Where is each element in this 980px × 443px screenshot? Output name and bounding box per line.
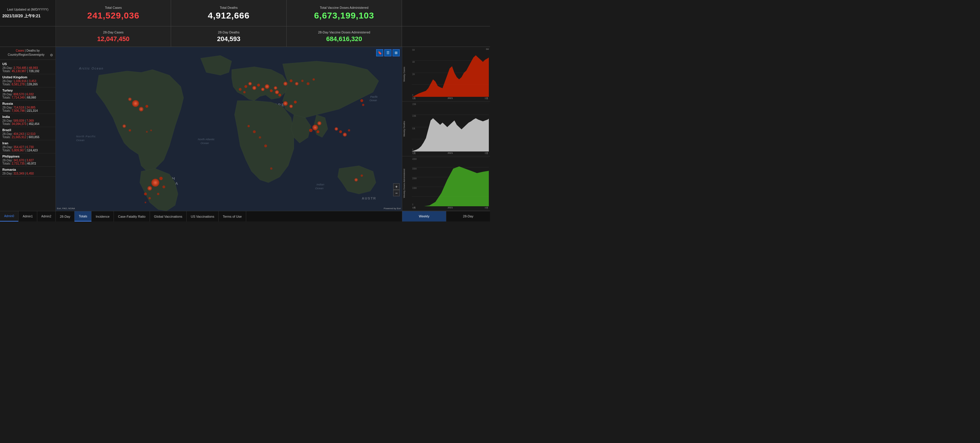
world-map-svg: Arctic Ocean North Pacific Ocean North A… (56, 47, 402, 211)
total-vaccine-value: 6,673,199,103 (314, 11, 374, 21)
doses-chart-svg: 400M 300M 200M 100M 0 (412, 157, 489, 206)
zoom-out-button[interactable]: − (393, 190, 399, 196)
cases-x-label-3: 7月 (485, 97, 488, 100)
weekly-doses-chart-container: 400M 300M 200M 100M 0 7月 2021 7月 (412, 157, 489, 210)
svg-point-21 (243, 91, 246, 93)
svg-point-25 (295, 82, 299, 86)
zoom-in-button[interactable]: + (393, 183, 399, 190)
svg-point-31 (294, 101, 297, 103)
country-item[interactable]: United Kingdom 28-Day: 1,036,916 | 3,453… (0, 74, 56, 87)
svg-point-26 (301, 80, 304, 82)
country-item[interactable]: Turkey 28-Day: 808,570 | 6,032 Totals: 7… (0, 87, 56, 101)
pacific-label: Pacific (370, 95, 378, 98)
svg-point-45 (123, 124, 126, 128)
country-28day-stats: 28-Day: 589,839 | 7,069 (2, 119, 53, 122)
left-panel: Cases | Deaths by Country/Region/Soverei… (0, 47, 56, 221)
indian-ocean-label: Indian (317, 183, 324, 186)
north-pacific-label: North Pacific (76, 135, 96, 138)
country-name: US (2, 62, 53, 66)
svg-point-43 (264, 144, 267, 148)
weekly-doses-section: Weekly Doses Administered 400M 300M 200M (402, 156, 490, 211)
svg-point-12 (248, 82, 252, 86)
tab-terms-of-use[interactable]: Terms of Use (219, 211, 246, 221)
last-updated-value: 2021/10/20 上午9:21 (2, 13, 53, 19)
tab-admin0[interactable]: Admin0 (0, 211, 19, 221)
weekly-doses-y-label: Weekly Doses Administered (403, 169, 406, 198)
svg-point-53 (148, 197, 151, 200)
svg-text:400M: 400M (412, 157, 417, 160)
tab-28day[interactable]: 28-Day (56, 211, 75, 221)
country-name: Russia (2, 102, 53, 105)
country-item[interactable]: Brazil 28-Day: 404,243 | 12,510 Totals: … (0, 127, 56, 140)
right-tab-28day[interactable]: 28-Day (446, 211, 490, 221)
svg-point-10 (157, 193, 159, 195)
north-atlantic-label2: Ocean (201, 141, 209, 144)
last-updated-block: Last Updated at (M/D/YYYY) 2021/10/20 上午… (0, 0, 56, 26)
country-item[interactable]: Russia 28-Day: 714,518 | 24,885 Totals: … (0, 101, 56, 114)
svg-point-38 (343, 133, 347, 137)
tab-admin1[interactable]: Admin1 (19, 211, 37, 221)
country-list[interactable]: US 28-Day: 2,754,485 | 48,993 Totals: 45… (0, 60, 56, 211)
svg-text:100M: 100M (412, 187, 417, 190)
doses-x-label-2: 2021 (448, 206, 453, 210)
country-28day-stats: 28-Day: 315,349 | 6,450 (2, 172, 53, 175)
deaths-chart-svg: 150k 100k 50k 0 (412, 103, 489, 151)
vaccine-28day-block: 28-Day Vaccine Doses Administered 684,61… (287, 26, 402, 47)
settings-icon[interactable]: ⚙ (50, 53, 53, 58)
map-area[interactable]: Arctic Ocean North Pacific Ocean North A… (56, 47, 402, 211)
country-item[interactable]: US 28-Day: 2,754,485 | 48,993 Totals: 45… (0, 61, 56, 74)
svg-point-29 (283, 101, 288, 106)
svg-point-34 (309, 129, 313, 132)
tab-incidence[interactable]: Incidence (92, 211, 114, 221)
svg-text:0: 0 (412, 94, 413, 97)
svg-marker-64 (412, 55, 489, 97)
svg-point-1 (132, 100, 139, 107)
svg-point-20 (239, 88, 242, 91)
weekly-deaths-section: Weekly Deaths 150k 100k 50k 0 (402, 102, 490, 156)
tab-admin2[interactable]: Admin2 (37, 211, 56, 221)
svg-text:4M: 4M (412, 60, 415, 64)
pacific-label2: Ocean (369, 99, 377, 102)
country-28day-stats: 28-Day: 714,518 | 24,885 (2, 106, 53, 109)
tab-totals[interactable]: Totals (75, 211, 92, 221)
svg-point-27 (307, 82, 310, 85)
deaths-28day-value: 204,593 (217, 35, 240, 43)
country-item[interactable]: Romania 28-Day: 315,349 | 6,450 (0, 167, 56, 176)
tab-case-fatality[interactable]: Case-Fatality Ratio (114, 211, 150, 221)
svg-text:50k: 50k (412, 127, 415, 130)
svg-point-32 (312, 125, 318, 130)
deaths-x-label-2: 2021 (448, 152, 453, 155)
svg-point-35 (317, 130, 320, 133)
deaths-28day-block: 28-Day Deaths 204,593 (171, 26, 286, 47)
north-atlantic-label: North Atlantic (198, 138, 215, 141)
svg-point-39 (348, 129, 350, 132)
deaths-x-label-3: 7月 (485, 152, 488, 155)
country-28day-stats: 28-Day: 2,754,485 | 48,993 (2, 66, 53, 70)
country-28day-stats: 28-Day: 1,036,916 | 3,453 (2, 79, 53, 83)
svg-point-22 (278, 94, 282, 97)
country-item[interactable]: Philippines 28-Day: 341,670 | 3,827 Tota… (0, 154, 56, 167)
second-stats-bar: 28-Day Cases 12,047,450 28-Day Deaths 20… (0, 26, 490, 47)
right-tab-weekly[interactable]: Weekly (402, 211, 446, 221)
svg-point-19 (275, 90, 279, 94)
country-item[interactable]: India 28-Day: 589,839 | 7,069 Totals: 34… (0, 114, 56, 127)
svg-point-24 (290, 79, 293, 83)
svg-point-54 (145, 202, 146, 203)
grid-icon[interactable]: ⊞ (393, 49, 399, 56)
doses-x-labels: 7月 2021 7月 (412, 206, 489, 210)
svg-point-8 (162, 186, 165, 188)
tab-global-vaccinations[interactable]: Global Vaccinations (150, 211, 187, 221)
svg-point-44 (270, 168, 272, 170)
svg-point-23 (283, 82, 287, 86)
header-subtext: Country/Region/Sovereignty (8, 53, 44, 56)
main-layout: Last Updated at (M/D/YYYY) 2021/10/20 上午… (0, 0, 490, 221)
tab-us-vaccinations[interactable]: US Vaccinations (187, 211, 219, 221)
svg-marker-74 (412, 118, 489, 151)
country-item[interactable]: Iran 28-Day: 354,427 | 6,730 Totals: 5,8… (0, 140, 56, 154)
svg-point-18 (274, 86, 277, 90)
list-icon[interactable]: ☰ (384, 49, 391, 56)
left-bottom-tabs: Admin0 Admin1 Admin2 (0, 211, 56, 221)
country-totals: Totals: 7,936,798 | 221,314 (2, 109, 53, 112)
country-totals: Totals: 2,731,735 | 40,972 (2, 162, 53, 165)
bookmark-icon[interactable]: 🔖 (376, 49, 383, 56)
